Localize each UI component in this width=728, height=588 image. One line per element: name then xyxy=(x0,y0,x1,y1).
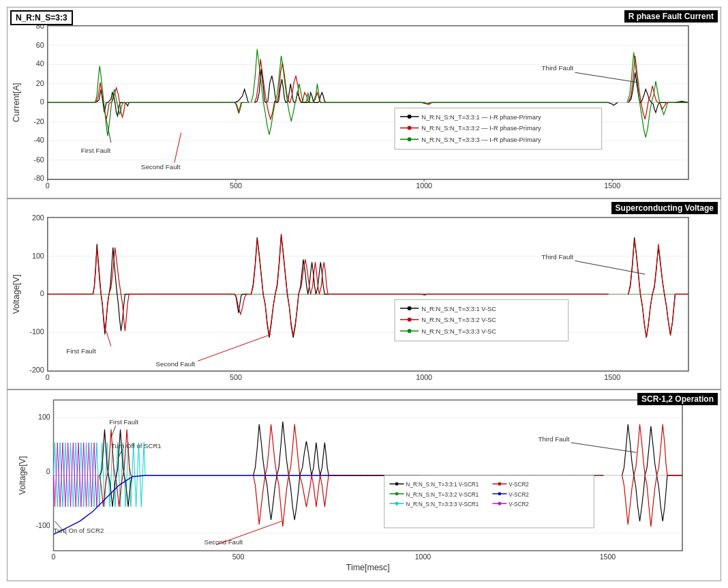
svg-text:Time[mesc]: Time[mesc] xyxy=(346,563,390,573)
chart-panel-1: N_R:N_S=3:3 R phase Fault Current 80 60 … xyxy=(7,7,721,199)
svg-text:First Fault: First Fault xyxy=(109,418,138,426)
svg-text:500: 500 xyxy=(232,553,245,561)
svg-text:1000: 1000 xyxy=(416,372,432,381)
chart3-title: SCR-1,2 Operation xyxy=(637,393,718,405)
svg-text:1500: 1500 xyxy=(604,372,620,381)
svg-text:N_R:N_S:N_T=3:3:1  V-SCR1: N_R:N_S:N_T=3:3:1 V-SCR1 xyxy=(406,482,479,488)
svg-text:Third Fault: Third Fault xyxy=(539,435,570,443)
svg-text:1000: 1000 xyxy=(416,181,432,190)
svg-text:N_R:N_S:N_T=3:3:2  V-SC: N_R:N_S:N_T=3:3:2 V-SC xyxy=(421,317,496,323)
svg-point-36 xyxy=(408,115,412,119)
svg-text:Third Fault: Third Fault xyxy=(542,64,574,72)
svg-text:N_R:N_S:N_T=3:3:3  V-SC: N_R:N_S:N_T=3:3:3 V-SC xyxy=(421,328,496,335)
svg-text:-100: -100 xyxy=(36,521,50,529)
svg-text:V-SCR2: V-SCR2 xyxy=(509,501,529,508)
svg-text:N_R:N_S:N_T=3:3:1  V-SC: N_R:N_S:N_T=3:3:1 V-SC xyxy=(421,305,496,312)
svg-text:40: 40 xyxy=(36,59,44,68)
svg-text:Voltage[V]: Voltage[V] xyxy=(18,456,27,495)
svg-point-106 xyxy=(498,482,502,486)
svg-text:20: 20 xyxy=(36,79,44,87)
svg-text:-60: -60 xyxy=(33,156,44,164)
ratio-label: N_R:N_S=3:3 xyxy=(10,10,73,25)
svg-text:1500: 1500 xyxy=(604,181,620,190)
svg-point-118 xyxy=(498,502,502,505)
svg-text:First Fault: First Fault xyxy=(66,347,96,354)
svg-text:First Fault: First Fault xyxy=(81,147,111,154)
svg-text:Voltage[V]: Voltage[V] xyxy=(11,274,21,314)
chart1-title: R phase Fault Current xyxy=(624,10,718,23)
svg-text:V-SCR2: V-SCR2 xyxy=(509,492,529,498)
svg-text:0: 0 xyxy=(52,553,56,561)
svg-text:Turn Off of SCR1: Turn Off of SCR1 xyxy=(111,442,162,450)
svg-point-103 xyxy=(395,482,399,486)
svg-text:N_R:N_S:N_T=3:3:3  V-SCR1: N_R:N_S:N_T=3:3:3 V-SCR1 xyxy=(406,501,479,508)
chart2-svg: 200 100 0 -100 -200 0 500 1000 1500 Volt… xyxy=(7,199,721,389)
svg-point-42 xyxy=(408,137,412,141)
svg-point-109 xyxy=(395,493,399,496)
svg-text:N_R:N_S:N_T=3:3:2  V-SCR1: N_R:N_S:N_T=3:3:2 V-SCR1 xyxy=(406,492,479,498)
svg-text:-20: -20 xyxy=(33,117,44,126)
svg-text:Current[A]: Current[A] xyxy=(11,83,21,122)
svg-text:0: 0 xyxy=(46,372,50,381)
chart2-title: Superconducting Voltage xyxy=(611,202,718,214)
svg-point-115 xyxy=(395,502,399,505)
svg-text:N_R:N_S:N_T=3:3:1  — I-R phase: N_R:N_S:N_T=3:3:1 — I-R phase-Primary xyxy=(421,114,541,121)
svg-text:500: 500 xyxy=(230,181,242,190)
svg-text:1000: 1000 xyxy=(415,553,431,561)
svg-text:1500: 1500 xyxy=(600,553,616,561)
svg-text:-80: -80 xyxy=(33,174,44,182)
svg-text:60: 60 xyxy=(36,41,44,49)
chart1-svg: 80 60 40 20 0 -20 -40 -60 -80 xyxy=(7,8,721,198)
chart3-svg: 100 0 -100 0 500 1000 1500 Time[mesc] Vo… xyxy=(7,390,721,580)
chart-panel-3: SCR-1,2 Operation 100 0 -100 0 500 1000 … xyxy=(7,389,721,581)
svg-text:Second Fault: Second Fault xyxy=(155,360,195,368)
svg-point-69 xyxy=(408,306,412,310)
svg-text:500: 500 xyxy=(230,372,242,381)
svg-text:N_R:N_S:N_T=3:3:2  — I-R phase: N_R:N_S:N_T=3:3:2 — I-R phase-Primary xyxy=(421,125,541,132)
svg-point-39 xyxy=(408,126,412,130)
svg-text:-40: -40 xyxy=(33,136,44,144)
svg-text:-100: -100 xyxy=(29,327,44,336)
main-container: N_R:N_S=3:3 R phase Fault Current 80 60 … xyxy=(0,0,728,588)
svg-text:0: 0 xyxy=(46,181,50,190)
svg-text:N_R:N_S:N_T=3:3:3  — I-R phase: N_R:N_S:N_T=3:3:3 — I-R phase-Primary xyxy=(421,136,541,143)
svg-point-72 xyxy=(408,317,412,321)
charts-wrapper: N_R:N_S=3:3 R phase Fault Current 80 60 … xyxy=(7,7,721,581)
svg-text:200: 200 xyxy=(32,213,44,221)
svg-text:100: 100 xyxy=(38,413,50,422)
svg-text:0: 0 xyxy=(46,467,50,475)
svg-text:Third Fault: Third Fault xyxy=(542,253,574,261)
svg-text:V-SCR2: V-SCR2 xyxy=(509,482,529,488)
svg-text:100: 100 xyxy=(32,252,44,260)
svg-text:0: 0 xyxy=(40,289,44,297)
svg-text:0: 0 xyxy=(40,98,44,106)
svg-text:-200: -200 xyxy=(29,366,44,374)
chart-panel-2: Superconducting Voltage 200 100 0 -100 -… xyxy=(7,199,721,390)
svg-point-112 xyxy=(498,493,502,496)
svg-point-75 xyxy=(408,329,412,333)
svg-text:Second Fault: Second Fault xyxy=(141,163,181,171)
